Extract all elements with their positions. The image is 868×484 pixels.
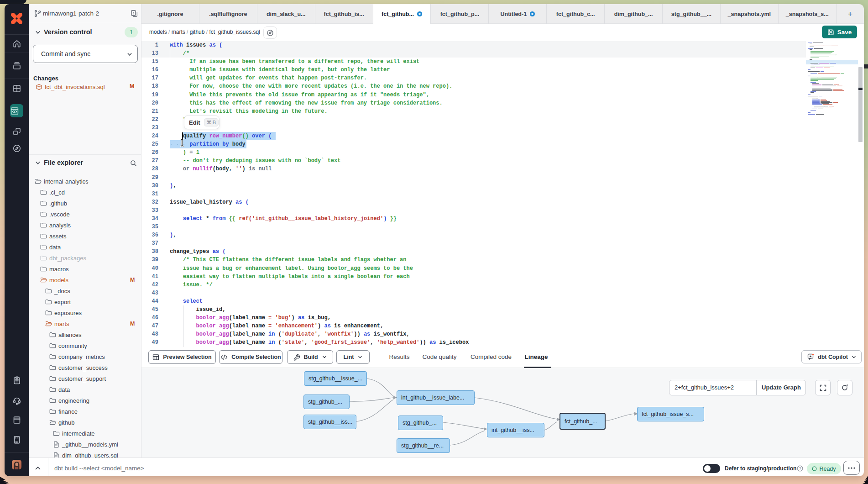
svg-text:?: ? xyxy=(799,466,801,471)
